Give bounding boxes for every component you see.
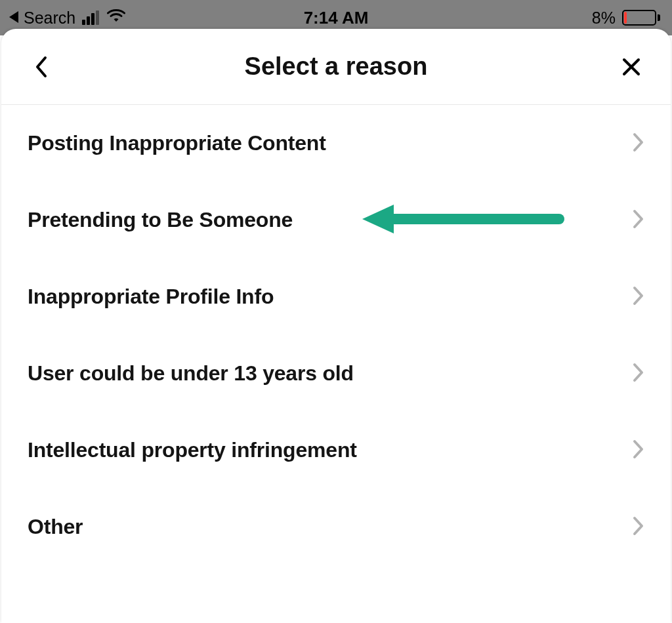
svg-marker-4 (362, 205, 394, 233)
chevron-right-icon (633, 209, 644, 231)
modal-sheet: Select a reason Posting Inappropriate Co… (1, 29, 671, 623)
back-arrow-icon[interactable] (9, 9, 20, 27)
reason-label: Pretending to Be Someone (28, 208, 293, 232)
screen: Search 7:14 AM 8% (0, 0, 672, 623)
breadcrumb-back-label[interactable]: Search (24, 9, 75, 28)
reason-item-under-13[interactable]: User could be under 13 years old (1, 335, 671, 412)
annotation-arrow-icon (362, 201, 566, 240)
chevron-right-icon (633, 516, 644, 538)
sheet-header: Select a reason (1, 29, 671, 105)
reason-item-inappropriate-content[interactable]: Posting Inappropriate Content (1, 105, 671, 182)
reason-label: Inappropriate Profile Info (28, 285, 274, 309)
svg-marker-0 (9, 11, 18, 23)
status-left: Search (9, 9, 125, 28)
chevron-right-icon (633, 132, 644, 155)
reason-label: Posting Inappropriate Content (28, 131, 326, 155)
wifi-icon (107, 9, 125, 27)
chevron-right-icon (633, 286, 644, 308)
chevron-right-icon (633, 363, 644, 385)
reason-item-ip-infringement[interactable]: Intellectual property infringement (1, 412, 671, 489)
page-title: Select a reason (245, 52, 428, 81)
close-button[interactable] (618, 54, 644, 80)
reason-label: Other (28, 515, 83, 539)
reason-item-profile-info[interactable]: Inappropriate Profile Info (1, 258, 671, 335)
reason-label: User could be under 13 years old (28, 361, 354, 386)
close-icon (621, 57, 641, 77)
battery-icon (620, 10, 660, 26)
reason-list: Posting Inappropriate Content Pretending… (1, 105, 671, 565)
back-button[interactable] (28, 54, 54, 80)
chevron-right-icon (633, 439, 644, 462)
status-right: 8% (592, 9, 660, 28)
cellular-signal-icon (82, 10, 99, 25)
battery-percent-label: 8% (592, 9, 616, 28)
reason-item-pretending[interactable]: Pretending to Be Someone (1, 182, 671, 258)
reason-item-other[interactable]: Other (1, 489, 671, 565)
chevron-left-icon (33, 55, 48, 79)
status-time: 7:14 AM (304, 8, 369, 28)
reason-label: Intellectual property infringement (28, 438, 357, 462)
